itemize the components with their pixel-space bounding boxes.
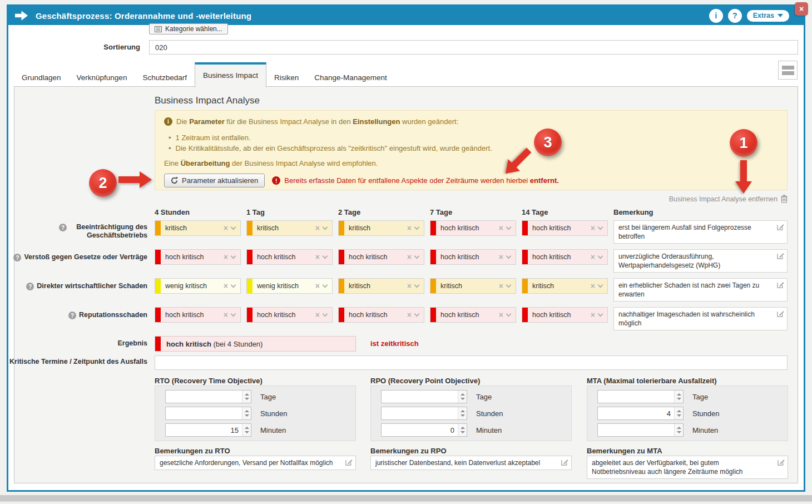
edit-icon[interactable] (777, 310, 784, 319)
criticality-select[interactable]: hoch kritisch× (522, 249, 608, 265)
kritische-termine-input[interactable] (155, 355, 788, 370)
chevron-down-icon[interactable] (506, 312, 512, 317)
clear-icon[interactable]: × (405, 253, 413, 261)
bemerkung-field[interactable]: nachhaltiger Imageschaden ist wahrschein… (613, 307, 788, 330)
clear-icon[interactable]: × (497, 253, 505, 261)
step-down-icon[interactable] (677, 398, 681, 400)
tab-change-management[interactable]: Change-Management (306, 68, 395, 87)
edit-icon[interactable] (561, 458, 568, 468)
criticality-select[interactable]: hoch kritisch× (246, 307, 333, 323)
rpo-tage-input[interactable] (381, 390, 467, 403)
chevron-down-icon[interactable] (506, 225, 512, 230)
tab-risiken[interactable]: Risiken (266, 68, 306, 87)
clear-icon[interactable]: × (405, 310, 413, 319)
clear-icon[interactable]: × (497, 281, 505, 290)
criticality-select[interactable]: kritisch× (522, 278, 608, 294)
mta-note-field[interactable]: abgeleitet aus der Verfügbarkeit, bei gu… (587, 456, 788, 479)
stepper-buttons[interactable] (242, 424, 251, 436)
tab-business-impact[interactable]: Business Impact (195, 62, 266, 87)
criticality-select[interactable]: wenig kritisch× (155, 278, 241, 294)
mta-stunden-input[interactable] (597, 407, 684, 420)
step-down-icon[interactable] (245, 414, 249, 417)
sortierung-input[interactable] (149, 40, 798, 55)
edit-icon[interactable] (777, 252, 784, 261)
help-icon[interactable]: ? (59, 224, 67, 231)
help-button[interactable]: ? (728, 9, 742, 23)
step-down-icon[interactable] (245, 398, 249, 400)
chevron-down-icon[interactable] (598, 283, 603, 288)
criticality-select[interactable]: hoch kritisch× (155, 249, 241, 265)
stepper-buttons[interactable] (458, 407, 467, 419)
stepper-buttons[interactable] (242, 407, 251, 419)
edit-icon[interactable] (777, 281, 784, 290)
criticality-select[interactable]: hoch kritisch× (338, 249, 424, 265)
rto-minuten-input[interactable] (165, 423, 251, 437)
rto-tage-input[interactable] (165, 390, 251, 403)
criticality-select[interactable]: hoch kritisch× (430, 249, 516, 265)
chevron-down-icon[interactable] (414, 225, 420, 230)
clear-icon[interactable]: × (497, 310, 505, 319)
criticality-select[interactable]: hoch kritisch× (522, 220, 608, 236)
rpo-stunden-input[interactable] (381, 407, 467, 420)
criticality-select[interactable]: hoch kritisch× (246, 249, 333, 265)
clear-icon[interactable]: × (314, 253, 321, 261)
stepper-buttons[interactable] (674, 407, 683, 419)
step-down-icon[interactable] (677, 414, 681, 417)
edit-icon[interactable] (777, 223, 784, 233)
chevron-down-icon[interactable] (414, 312, 420, 317)
chevron-down-icon[interactable] (323, 254, 328, 259)
chevron-down-icon[interactable] (323, 283, 328, 288)
stepper-buttons[interactable] (458, 424, 467, 436)
rto-note-field[interactable]: gesetzliche Anforderungen, Versand per N… (155, 456, 356, 470)
stepper-buttons[interactable] (242, 391, 251, 403)
chevron-down-icon[interactable] (414, 254, 420, 259)
chevron-down-icon[interactable] (598, 254, 603, 259)
remove-bia-link[interactable]: Business Impact Analyse entfernen (155, 195, 788, 203)
chevron-down-icon[interactable] (506, 254, 512, 259)
clear-icon[interactable]: × (589, 310, 597, 319)
criticality-select[interactable]: kritisch× (430, 278, 516, 294)
clear-icon[interactable]: × (222, 310, 230, 319)
info-button[interactable]: i (709, 9, 723, 23)
clear-icon[interactable]: × (405, 281, 413, 290)
step-up-icon[interactable] (245, 427, 249, 429)
criticality-select[interactable]: kritisch× (246, 220, 333, 236)
clear-icon[interactable]: × (314, 281, 321, 290)
clear-icon[interactable]: × (314, 310, 321, 319)
clear-icon[interactable]: × (589, 224, 597, 233)
stepper-buttons[interactable] (674, 424, 683, 436)
step-down-icon[interactable] (461, 414, 465, 417)
clear-icon[interactable]: × (589, 253, 597, 261)
bemerkung-field[interactable]: erst bei längerem Ausfall sind Folgeproz… (613, 220, 788, 244)
chevron-down-icon[interactable] (231, 283, 236, 288)
criticality-select[interactable]: hoch kritisch× (522, 307, 608, 323)
edit-icon[interactable] (345, 458, 353, 468)
step-down-icon[interactable] (461, 431, 465, 433)
rpo-minuten-input[interactable] (381, 423, 467, 437)
criticality-select[interactable]: kritisch× (155, 220, 241, 236)
criticality-select[interactable]: hoch kritisch× (338, 307, 424, 323)
step-down-icon[interactable] (245, 431, 249, 433)
step-down-icon[interactable] (461, 398, 465, 400)
mta-minuten-input[interactable] (597, 423, 684, 437)
tab-schutzbedarf[interactable]: Schutzbedarf (135, 68, 195, 87)
close-button[interactable]: × (795, 2, 808, 16)
chevron-down-icon[interactable] (506, 283, 512, 288)
clear-icon[interactable]: × (314, 224, 321, 233)
criticality-select[interactable]: hoch kritisch× (155, 307, 241, 323)
clear-icon[interactable]: × (497, 224, 505, 233)
criticality-select[interactable]: kritisch× (338, 220, 424, 236)
chevron-down-icon[interactable] (323, 312, 328, 317)
step-up-icon[interactable] (677, 410, 681, 412)
step-up-icon[interactable] (677, 393, 681, 396)
clear-icon[interactable]: × (222, 253, 230, 261)
stepper-buttons[interactable] (458, 391, 467, 403)
rpo-note-field[interactable]: juristischer Datenbestand, kein Datenver… (370, 456, 572, 470)
chevron-down-icon[interactable] (323, 225, 328, 230)
criticality-select[interactable]: wenig kritisch× (246, 278, 333, 294)
clear-icon[interactable]: × (405, 224, 413, 233)
criticality-select[interactable]: kritisch× (338, 278, 424, 294)
extras-button[interactable]: Extras (747, 10, 789, 22)
help-icon[interactable]: ? (26, 283, 34, 290)
step-up-icon[interactable] (245, 393, 249, 396)
